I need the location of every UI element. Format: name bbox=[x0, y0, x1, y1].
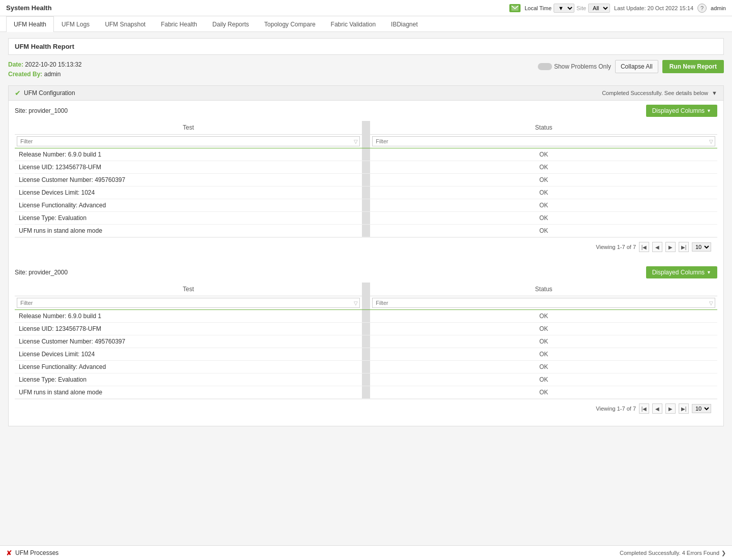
date-label: Date: bbox=[8, 61, 23, 68]
cell-divider bbox=[362, 386, 370, 399]
cell-status: OK bbox=[370, 148, 717, 161]
cell-status: OK bbox=[370, 374, 717, 386]
ufm-configuration-header: ✔ UFM Configuration Completed Successful… bbox=[9, 86, 723, 101]
table-row: License Functionality: Advanced OK bbox=[15, 361, 717, 374]
cell-divider bbox=[362, 161, 370, 174]
next-page-btn-1[interactable]: ▶ bbox=[665, 242, 676, 252]
tab-fabric-health[interactable]: Fabric Health bbox=[153, 16, 204, 32]
cell-status: OK bbox=[370, 199, 717, 212]
filter-cell-status-1: ▽ bbox=[370, 135, 717, 148]
tab-ufm-health[interactable]: UFM Health bbox=[6, 16, 54, 32]
section-header-left: ✔ UFM Configuration bbox=[15, 89, 75, 97]
show-problems-label[interactable]: Show Problems Only bbox=[538, 63, 611, 70]
displayed-cols-label-2: Displayed Columns bbox=[652, 269, 705, 276]
help-button[interactable]: ? bbox=[697, 4, 707, 13]
table-row: License Devices Limit: 1024 OK bbox=[15, 348, 717, 361]
filter-input-status-1[interactable] bbox=[372, 136, 715, 146]
cell-test: License UID: 123456778-UFM bbox=[15, 161, 362, 174]
last-page-btn-2[interactable]: ▶| bbox=[679, 403, 689, 414]
first-page-btn-1[interactable]: |◀ bbox=[639, 242, 649, 252]
created-by-value: admin bbox=[44, 71, 61, 78]
tab-topology-compare[interactable]: Topology Compare bbox=[257, 16, 323, 32]
prev-page-btn-2[interactable]: ◀ bbox=[652, 403, 662, 414]
cell-status: OK bbox=[370, 174, 717, 186]
cell-divider bbox=[362, 199, 370, 212]
displayed-columns-button-2[interactable]: Displayed Columns bbox=[646, 266, 717, 278]
viewing-label-1: Viewing 1-7 of 7 bbox=[596, 244, 636, 250]
run-report-button[interactable]: Run New Report bbox=[662, 60, 724, 73]
cell-test: Release Number: 6.9.0 build 1 bbox=[15, 148, 362, 161]
report-actions: Show Problems Only Collapse All Run New … bbox=[538, 60, 724, 73]
first-page-btn-2[interactable]: |◀ bbox=[639, 403, 649, 414]
cell-status: OK bbox=[370, 161, 717, 174]
table-row: UFM runs in stand alone mode OK bbox=[15, 386, 717, 399]
cell-test: License Devices Limit: 1024 bbox=[15, 186, 362, 199]
pagination-row-1: Viewing 1-7 of 7 |◀ ◀ ▶ ▶| 10 25 50 bbox=[15, 237, 717, 256]
tab-ufm-snapshot[interactable]: UFM Snapshot bbox=[97, 16, 153, 32]
top-bar-controls: Local Time ▼ Site All bbox=[525, 4, 610, 13]
filter-divider-1 bbox=[362, 135, 370, 148]
report-title: UFM Health Report bbox=[15, 43, 74, 50]
tab-ufm-logs[interactable]: UFM Logs bbox=[54, 16, 97, 32]
tab-daily-reports[interactable]: Daily Reports bbox=[205, 16, 257, 32]
col-status-header-1: Status bbox=[370, 121, 717, 135]
section-status-text: Completed Successfully. See details belo… bbox=[602, 90, 708, 96]
filter-row-1: ▽ ▽ bbox=[15, 135, 717, 148]
filter-icon-status-2: ▽ bbox=[709, 300, 713, 306]
nav-tabs: UFM Health UFM Logs UFM Snapshot Fabric … bbox=[0, 16, 732, 32]
site-header-2: Site: provider_2000 Displayed Columns bbox=[15, 266, 717, 278]
cell-status: OK bbox=[370, 212, 717, 225]
filter-input-test-2[interactable] bbox=[17, 298, 360, 308]
filter-icon-2: ▽ bbox=[354, 300, 358, 306]
site-value-1: provider_1000 bbox=[28, 107, 68, 114]
cell-status: OK bbox=[370, 361, 717, 374]
admin-label[interactable]: admin bbox=[711, 5, 726, 11]
mail-icon[interactable] bbox=[509, 4, 521, 12]
cell-test: License Functionality: Advanced bbox=[15, 199, 362, 212]
filter-input-test-1[interactable] bbox=[17, 136, 360, 146]
filter-icon-1: ▽ bbox=[354, 139, 358, 144]
table-row: Release Number: 6.9.0 build 1 OK bbox=[15, 148, 717, 161]
local-time-select[interactable]: ▼ bbox=[554, 4, 574, 13]
site-label-2: Site: provider_2000 bbox=[15, 269, 68, 276]
cell-status: OK bbox=[370, 225, 717, 237]
displayed-columns-button-1[interactable]: Displayed Columns bbox=[646, 105, 717, 117]
table-row: License UID: 123456778-UFM OK bbox=[15, 323, 717, 335]
per-page-select-1[interactable]: 10 25 50 bbox=[692, 242, 711, 252]
data-table-1: Test Status ▽ ▽ bbox=[15, 121, 717, 237]
site-select[interactable]: All bbox=[588, 4, 610, 13]
site-value-2: provider_2000 bbox=[28, 269, 68, 276]
cell-divider bbox=[362, 348, 370, 361]
table-header-row-2: Test Status bbox=[15, 283, 717, 296]
site-section-1: Site: provider_1000 Displayed Columns Te… bbox=[9, 101, 723, 256]
table-body-2: Release Number: 6.9.0 build 1 OK License… bbox=[15, 310, 717, 399]
data-table-2: Test Status ▽ ▽ bbox=[15, 283, 717, 399]
ufm-config-label: UFM Configuration bbox=[24, 89, 75, 97]
report-title-bar: UFM Health Report bbox=[8, 38, 724, 55]
last-update: Last Update: 20 Oct 2022 15:14 bbox=[614, 5, 693, 11]
tab-ibdiagnet[interactable]: IBDiagnet bbox=[383, 16, 425, 32]
last-page-btn-1[interactable]: ▶| bbox=[679, 242, 689, 252]
cell-divider bbox=[362, 186, 370, 199]
prev-page-btn-1[interactable]: ◀ bbox=[652, 242, 662, 252]
col-test-header-2: Test bbox=[15, 283, 362, 296]
cell-status: OK bbox=[370, 335, 717, 348]
filter-cell-test-2: ▽ bbox=[15, 296, 362, 310]
table-row: License Customer Number: 495760397 OK bbox=[15, 174, 717, 186]
filter-cell-status-2: ▽ bbox=[370, 296, 717, 310]
col-divider-1 bbox=[362, 121, 370, 135]
cell-test: License Customer Number: 495760397 bbox=[15, 335, 362, 348]
show-problems-toggle[interactable] bbox=[538, 63, 552, 70]
next-page-btn-2[interactable]: ▶ bbox=[665, 403, 676, 414]
filter-input-status-2[interactable] bbox=[372, 298, 715, 308]
per-page-select-2[interactable]: 10 25 50 bbox=[692, 404, 711, 413]
collapse-all-button[interactable]: Collapse All bbox=[615, 60, 658, 73]
mail-svg bbox=[511, 6, 518, 11]
check-icon: ✔ bbox=[15, 89, 21, 97]
table-body-1: Release Number: 6.9.0 build 1 OK License… bbox=[15, 148, 717, 237]
ufm-configuration-section: ✔ UFM Configuration Completed Successful… bbox=[8, 85, 724, 426]
cell-status: OK bbox=[370, 348, 717, 361]
tab-fabric-validation[interactable]: Fabric Validation bbox=[323, 16, 384, 32]
viewing-label-2: Viewing 1-7 of 7 bbox=[596, 406, 636, 412]
filter-icon-status-1: ▽ bbox=[709, 139, 713, 144]
